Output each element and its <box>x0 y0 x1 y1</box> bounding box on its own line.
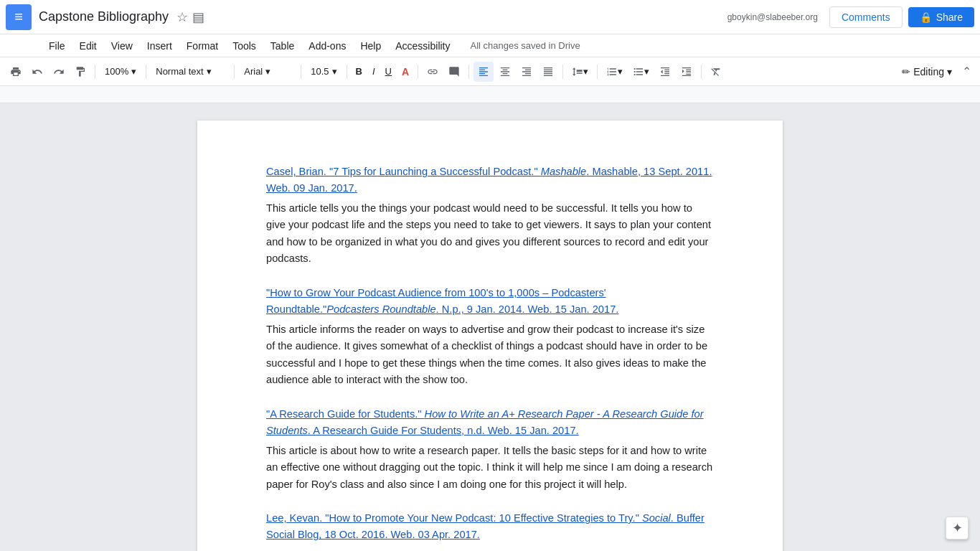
menu-format[interactable]: Format <box>181 37 224 55</box>
bulleted-list-button[interactable]: ▾ <box>628 62 654 82</box>
annotation-2: This article informs the reader on ways … <box>266 321 714 389</box>
fontsize-value: 10.5 <box>311 66 329 77</box>
fontsize-dropdown[interactable]: 10.5 ▾ <box>306 62 341 82</box>
spacing-arrow: ▾ <box>583 66 588 77</box>
font-dropdown[interactable]: Arial ▾ <box>239 62 296 82</box>
comments-button[interactable]: Comments <box>829 6 903 28</box>
clear-formatting-button[interactable] <box>706 62 726 82</box>
separator-8 <box>562 65 563 79</box>
align-center-button[interactable] <box>495 62 515 82</box>
separator-9 <box>597 65 598 79</box>
zoom-arrow: ▾ <box>131 66 136 77</box>
menu-help[interactable]: Help <box>354 37 387 55</box>
separator-1 <box>95 65 95 79</box>
separator-4 <box>301 65 301 79</box>
ruler <box>0 86 980 103</box>
app-icon-symbol: ≡ <box>14 9 23 25</box>
lock-icon: 🔒 <box>920 11 932 23</box>
separator-7 <box>468 65 469 79</box>
share-button[interactable]: 🔒 Share <box>908 7 974 27</box>
menu-file[interactable]: File <box>43 37 71 55</box>
numlist-arrow: ▾ <box>618 66 623 77</box>
separator-3 <box>234 65 235 79</box>
user-info: gboykin@slabeeber.org <box>727 12 818 22</box>
style-value: Normal text <box>156 66 203 77</box>
redo-button[interactable] <box>49 62 69 82</box>
separator-6 <box>418 65 418 79</box>
collapse-toolbar-button[interactable]: ⌃ <box>959 65 974 78</box>
bibliography-entry-1: Casel, Brian. "7 Tips for Launching a Su… <box>266 164 714 268</box>
menu-table[interactable]: Table <box>265 37 300 55</box>
font-value: Arial <box>244 66 263 77</box>
menu-bar: File Edit View Insert Format Tools Table… <box>0 34 980 57</box>
menu-view[interactable]: View <box>105 37 138 55</box>
insert-link-button[interactable] <box>423 62 443 82</box>
share-label: Share <box>936 11 963 23</box>
menu-edit[interactable]: Edit <box>74 37 103 55</box>
numbered-list-button[interactable]: ▾ <box>602 62 627 82</box>
print-button[interactable] <box>6 62 26 82</box>
document-title[interactable]: Capstone Bibliography <box>39 9 169 24</box>
menu-insert[interactable]: Insert <box>141 37 178 55</box>
menu-addons[interactable]: Add-ons <box>303 37 352 55</box>
comment-button[interactable] <box>444 62 464 82</box>
citation-1[interactable]: Casel, Brian. "7 Tips for Launching a Su… <box>266 164 714 197</box>
bibliography-entry-4: Lee, Kevan. "How to Promote Your New Pod… <box>266 510 714 544</box>
star-icon[interactable]: ☆ <box>176 9 188 25</box>
citation-3[interactable]: "A Research Guide for Students." How to … <box>266 406 714 440</box>
menu-accessibility[interactable]: Accessibility <box>390 37 456 55</box>
underline-button[interactable]: U <box>381 62 396 82</box>
increase-indent-button[interactable] <box>677 62 697 82</box>
justify-button[interactable] <box>538 62 558 82</box>
style-dropdown[interactable]: Normal text ▾ <box>151 62 230 82</box>
toolbar: 100% ▾ Normal text ▾ Arial ▾ 10.5 ▾ B I … <box>0 57 980 86</box>
menu-tools[interactable]: Tools <box>227 37 262 55</box>
separator-5 <box>347 65 347 79</box>
editing-label: Editing <box>913 66 944 77</box>
style-arrow: ▾ <box>207 66 212 77</box>
editing-arrow: ▾ <box>947 66 952 77</box>
explore-button[interactable]: ✦ <box>946 517 969 540</box>
align-right-button[interactable] <box>517 62 537 82</box>
folder-icon[interactable]: ▤ <box>192 9 204 25</box>
citation-4[interactable]: Lee, Kevan. "How to Promote Your New Pod… <box>266 510 714 544</box>
bibliography-entry-3: "A Research Guide for Students." How to … <box>266 406 714 493</box>
separator-10 <box>701 65 702 79</box>
top-bar: ≡ Capstone Bibliography ☆ ▤ gboykin@slab… <box>0 0 980 34</box>
app-icon[interactable]: ≡ <box>6 4 32 30</box>
italic-button[interactable]: I <box>368 62 380 82</box>
separator-2 <box>146 65 146 79</box>
format-paint-button[interactable] <box>70 62 90 82</box>
bulletlist-arrow: ▾ <box>644 66 649 77</box>
zoom-dropdown[interactable]: 100% ▾ <box>100 62 141 82</box>
autosave-message: All changes saved in Drive <box>471 40 580 51</box>
undo-button[interactable] <box>27 62 47 82</box>
citation-2[interactable]: "How to Grow Your Podcast Audience from … <box>266 285 714 319</box>
bold-button[interactable]: B <box>352 62 367 82</box>
annotation-3: This article is about how to write a res… <box>266 443 714 493</box>
decrease-indent-button[interactable] <box>655 62 675 82</box>
fontsize-arrow: ▾ <box>332 66 337 77</box>
font-arrow: ▾ <box>265 66 270 77</box>
document-page: Casel, Brian. "7 Tips for Launching a Su… <box>197 121 783 551</box>
annotation-1: This article tells you the things your p… <box>266 200 714 268</box>
editing-mode-button[interactable]: ✏ Editing ▾ <box>896 62 958 82</box>
zoom-value: 100% <box>105 66 128 77</box>
bibliography-entry-2: "How to Grow Your Podcast Audience from … <box>266 285 714 389</box>
pencil-icon: ✏ <box>902 66 910 77</box>
text-color-button[interactable]: A <box>397 62 413 82</box>
align-left-button[interactable] <box>473 62 494 82</box>
line-spacing-button[interactable]: ▾ <box>567 62 593 82</box>
document-area[interactable]: Casel, Brian. "7 Tips for Launching a Su… <box>0 103 980 551</box>
